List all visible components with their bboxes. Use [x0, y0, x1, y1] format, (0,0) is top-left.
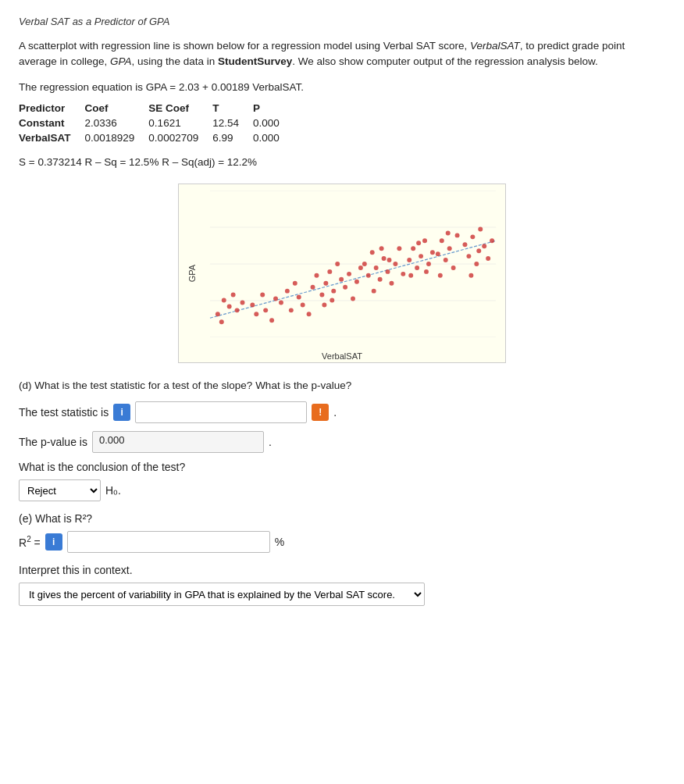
r2-block: (e) What is R²? R2 = i % [19, 512, 665, 553]
svg-point-24 [254, 312, 258, 316]
svg-point-20 [219, 319, 224, 324]
svg-point-40 [327, 269, 332, 273]
svg-point-37 [315, 273, 319, 277]
svg-point-51 [362, 262, 367, 266]
p-value-period: . [269, 436, 272, 448]
svg-point-26 [263, 308, 268, 312]
interpret-block: Interpret this in context. It gives the … [19, 564, 665, 606]
test-stat-info-button[interactable]: i [113, 404, 130, 421]
row-constant-secoef: 0.1621 [148, 116, 212, 130]
stats-line: S = 0.373214 R – Sq = 12.5% R – Sq(adj) … [19, 156, 665, 168]
svg-point-48 [358, 265, 363, 269]
svg-point-27 [269, 318, 274, 323]
row-constant-coef: 2.0336 [85, 116, 149, 130]
svg-point-61 [401, 271, 405, 276]
col-header-t: T [212, 101, 253, 116]
svg-point-19 [231, 292, 236, 297]
svg-point-65 [407, 258, 411, 262]
svg-point-30 [285, 288, 290, 293]
svg-point-77 [444, 258, 448, 262]
svg-point-59 [393, 262, 397, 266]
svg-point-29 [279, 300, 283, 305]
chart-inner: 4.0 3.5 3.0 2.5 2.0 400 500 600 700 800 [208, 191, 497, 337]
svg-point-54 [374, 265, 379, 269]
svg-point-88 [482, 244, 486, 248]
regression-equation: The regression equation is GPA = 2.03 + … [19, 81, 665, 93]
svg-point-79 [451, 265, 456, 269]
col-header-secoef: SE Coef [148, 101, 212, 116]
svg-point-74 [424, 269, 429, 273]
svg-point-46 [351, 296, 355, 301]
svg-point-62 [372, 288, 376, 293]
conclusion-label: What is the conclusion of the test? [19, 461, 665, 473]
y-axis-label: GPA [187, 264, 197, 281]
intro-paragraph: A scatterplot with regression line is sh… [19, 38, 665, 70]
test-stat-input[interactable] [135, 401, 307, 423]
svg-point-83 [463, 242, 468, 247]
question-d-text: (d) What is the test statistic for a tes… [19, 377, 665, 394]
svg-point-52 [366, 273, 371, 277]
svg-point-16 [216, 312, 220, 316]
svg-point-33 [297, 294, 301, 299]
svg-point-85 [470, 234, 475, 239]
svg-point-28 [273, 296, 278, 301]
svg-point-34 [301, 302, 305, 307]
conclusion-select[interactable]: Reject Fail to reject [19, 479, 101, 501]
row-verbalsat-t: 6.99 [212, 130, 253, 145]
row-verbalsat-coef: 0.0018929 [85, 130, 149, 145]
scatter-svg: 4.0 3.5 3.0 2.5 2.0 400 500 600 700 800 [208, 191, 497, 337]
svg-point-18 [227, 304, 232, 308]
svg-point-50 [330, 298, 334, 302]
question-d-block: (d) What is the test statistic for a tes… [19, 377, 665, 394]
scatter-chart: GPA 4.0 3.5 3.0 2.5 2.0 400 500 600 700 [178, 184, 506, 363]
svg-point-67 [415, 265, 419, 269]
svg-point-47 [354, 279, 359, 283]
svg-point-38 [319, 292, 324, 297]
interpret-select[interactable]: It gives the percent of variability in G… [19, 583, 425, 606]
svg-point-75 [436, 251, 440, 256]
col-header-coef: Coef [85, 101, 149, 116]
svg-point-39 [323, 280, 328, 285]
svg-point-91 [468, 273, 473, 277]
page-title: Verbal SAT as a Predictor of GPA [19, 16, 665, 27]
svg-point-57 [386, 269, 390, 273]
svg-point-60 [397, 246, 401, 251]
svg-point-69 [422, 238, 427, 243]
row-verbalsat-secoef: 0.0002709 [148, 130, 212, 145]
svg-point-35 [307, 312, 312, 316]
percent-label: % [275, 536, 284, 548]
r2-info-button[interactable]: i [45, 533, 62, 551]
p-value-label: The p-value is [19, 436, 87, 448]
svg-point-58 [390, 280, 394, 285]
svg-point-71 [430, 250, 435, 255]
test-stat-label: The test statistic is [19, 406, 109, 419]
svg-point-92 [476, 248, 481, 253]
svg-point-53 [370, 250, 375, 255]
svg-point-17 [222, 298, 226, 302]
svg-point-72 [408, 273, 413, 277]
r2-input[interactable] [67, 531, 270, 553]
svg-point-86 [474, 262, 479, 266]
test-stat-warn-button[interactable]: ! [312, 404, 329, 421]
conclusion-row: Reject Fail to reject H₀. [19, 479, 665, 501]
chart-area: GPA 4.0 3.5 3.0 2.5 2.0 400 500 600 700 [19, 184, 665, 363]
question-e-text: (e) What is R²? [19, 512, 665, 525]
svg-point-36 [311, 284, 315, 289]
svg-point-23 [250, 302, 255, 307]
svg-point-78 [447, 246, 452, 251]
svg-point-68 [419, 254, 423, 258]
svg-point-22 [240, 300, 245, 305]
row-verbalsat-p: 0.000 [253, 130, 294, 145]
svg-point-31 [289, 308, 294, 312]
r2-label: R2 = [19, 535, 41, 549]
svg-point-49 [322, 302, 326, 307]
svg-point-80 [455, 233, 460, 237]
svg-point-32 [293, 280, 297, 285]
svg-point-73 [416, 241, 421, 245]
row-constant-p: 0.000 [253, 116, 294, 130]
svg-point-25 [260, 292, 265, 297]
p-value-row: The p-value is 0.000 . [19, 431, 665, 453]
svg-point-84 [466, 254, 471, 258]
svg-point-56 [382, 256, 387, 261]
svg-point-45 [347, 271, 351, 276]
